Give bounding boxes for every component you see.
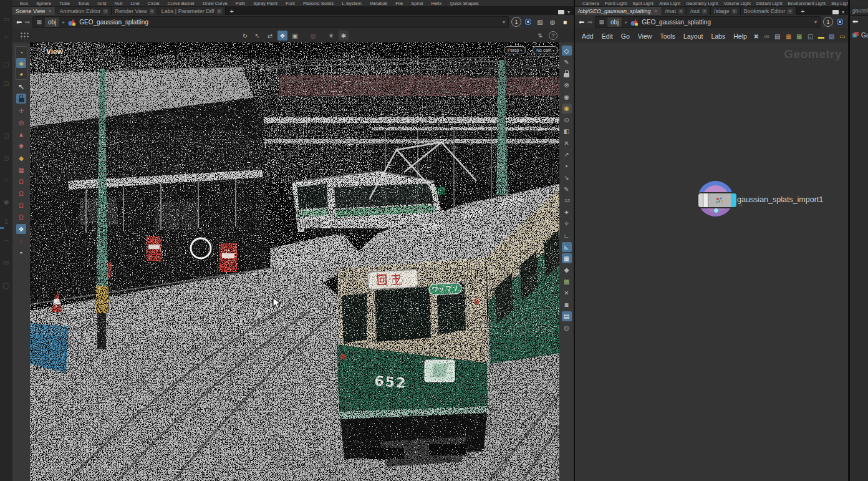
shelf-tool[interactable]: Area Light — [659, 1, 680, 6]
shade-flat-icon[interactable]: ◔ — [16, 47, 26, 57]
point-count-icon[interactable]: .12 — [562, 196, 572, 206]
new-tab-button[interactable]: + — [226, 7, 238, 15]
pane-maximize-icon[interactable] — [558, 10, 564, 14]
node-label[interactable]: gaussian_splats_import1 — [737, 195, 823, 204]
shelf-tool[interactable]: Box — [20, 1, 28, 6]
tab-scene-view[interactable]: Scene View × — [12, 7, 56, 15]
close-icon[interactable]: × — [702, 9, 707, 14]
slope-icon[interactable]: ◣ — [562, 242, 572, 252]
menu-add[interactable]: Add — [578, 32, 597, 40]
shelf-tool[interactable]: Spray Paint — [253, 1, 277, 6]
flipbook-icon[interactable]: ✳ — [326, 31, 336, 41]
magnet-prim-icon[interactable]: Ω — [16, 200, 26, 210]
tab-obj-geo[interactable]: /obj/GEO_gaussian_splatting × — [575, 7, 662, 15]
back-icon[interactable]: ⬅ — [579, 19, 584, 26]
sticky-note-icon[interactable]: ▬ — [816, 31, 826, 41]
shade-sphere-icon[interactable]: ◉ — [562, 92, 572, 102]
shelf-tool[interactable]: Platonic Solids — [303, 1, 334, 6]
menu-go[interactable]: Go — [617, 32, 634, 40]
ruler-icon[interactable]: ∟ — [562, 230, 572, 240]
chevron-down-icon[interactable]: ▾ — [503, 19, 505, 25]
display-flag-icon[interactable]: ◱ — [806, 31, 816, 41]
tab-bookmark-editor[interactable]: Bookmark Editor × — [741, 7, 797, 15]
lasso-select-icon[interactable]: ◌ — [16, 236, 26, 246]
dot-icon[interactable]: • — [562, 161, 572, 171]
view-cube-icon[interactable]: ▧ — [535, 17, 545, 27]
shelf-tool[interactable]: Curve Bezier — [168, 1, 195, 6]
tab-labs-parameter-diff[interactable]: Labs | Parameter Diff × — [158, 7, 226, 15]
close-icon[interactable]: × — [47, 9, 52, 14]
close-icon[interactable]: × — [103, 9, 108, 14]
shelf-tool[interactable]: Spiral — [411, 1, 423, 6]
sculpt-icon[interactable]: ✦ — [562, 207, 572, 217]
checker-icon[interactable]: ▦ — [562, 253, 572, 263]
disc-icon[interactable]: ◙ — [562, 299, 572, 309]
back-icon[interactable]: ⬅ — [852, 17, 858, 26]
breadcrumb-root[interactable]: obj — [45, 17, 59, 27]
radial-menu-icon[interactable] — [524, 17, 533, 26]
lock-icon[interactable] — [16, 94, 26, 104]
rotate-handle-icon[interactable]: ◎ — [16, 117, 26, 127]
tab-out[interactable]: /out × — [687, 7, 711, 15]
jack-icon[interactable]: ✕ — [562, 288, 572, 298]
node-list-icon[interactable]: ≔ — [762, 31, 772, 41]
shelf-tool[interactable]: Path — [236, 1, 245, 6]
network-canvas[interactable]: Geometry gaussian_splats_import1 — [575, 42, 848, 481]
pen-icon[interactable]: ✎ — [562, 184, 572, 194]
toolbar-grip[interactable] — [20, 32, 30, 39]
breadcrumb-node[interactable]: GEO_gaussian_splatting — [642, 19, 711, 26]
tab-stage[interactable]: /stage × — [711, 7, 741, 15]
shelf-tool[interactable]: Environment Light — [788, 1, 825, 6]
display-options-icon[interactable]: ✱ — [339, 31, 349, 41]
select-arrow-icon[interactable]: ↖ — [16, 82, 26, 92]
forward-icon[interactable]: ➡ — [587, 19, 592, 26]
scene-viewport[interactable]: 6 652 View Persp▾ No cam▾ — [30, 42, 559, 481]
link-count-badge[interactable]: 1 — [823, 17, 833, 27]
pin-gold-icon[interactable]: ◉ — [562, 104, 572, 114]
axis-small-icon[interactable]: ↗ — [562, 150, 572, 160]
lock-view-icon[interactable] — [562, 69, 572, 79]
close-icon[interactable]: × — [217, 9, 222, 14]
back-icon[interactable]: ⬅ — [16, 19, 22, 26]
shelf-tool[interactable]: Metaball — [370, 1, 387, 6]
shelf-tool[interactable]: Geometry Light — [686, 1, 718, 6]
select-mode-icon[interactable]: ↖ — [253, 31, 263, 41]
close-icon[interactable]: × — [653, 9, 658, 14]
uv-box-icon[interactable]: ▩ — [562, 276, 572, 286]
node-flag-template[interactable] — [703, 193, 708, 207]
shelf-tool[interactable]: Torus — [78, 1, 89, 6]
shelf-tool[interactable]: Quick Shapes — [450, 1, 479, 6]
color-palette-icon[interactable]: ▦ — [784, 31, 794, 41]
breadcrumb-root[interactable]: obj — [607, 17, 622, 27]
node-flag-left[interactable] — [698, 193, 703, 207]
chevron-down-icon[interactable]: ▾ — [814, 19, 817, 25]
orbit-view-icon[interactable]: ↻ — [240, 31, 250, 41]
new-tab-button[interactable]: + — [796, 7, 809, 15]
close-icon[interactable]: × — [150, 9, 155, 14]
pane-maximize-icon[interactable] — [832, 10, 839, 14]
node-output-connector[interactable] — [713, 208, 719, 213]
paint-select-icon[interactable]: ◆ — [16, 153, 26, 163]
shelf-tool[interactable]: Distant Light — [756, 1, 783, 6]
shelf-tool[interactable]: Camera — [582, 1, 599, 6]
shelf-tool[interactable]: Volume Light — [723, 1, 750, 6]
shelf-tool[interactable]: Point Light — [605, 1, 627, 6]
help-icon[interactable]: ? — [549, 31, 557, 40]
close-icon[interactable]: × — [788, 9, 793, 14]
shelf-tool[interactable]: Null — [114, 1, 122, 6]
menu-labs[interactable]: Labs — [707, 32, 729, 40]
close-icon[interactable]: × — [732, 9, 737, 14]
tab-animation-editor[interactable]: Animation Editor × — [56, 7, 112, 15]
forward-icon[interactable]: ➡ — [24, 19, 30, 26]
pane-menu-icon[interactable]: ▾ — [842, 9, 844, 15]
magnet-point-icon[interactable]: Ω — [16, 188, 26, 198]
camera-button[interactable]: No cam▾ — [533, 46, 558, 54]
translate-handle-icon[interactable]: ✛ — [16, 105, 26, 115]
needle-icon[interactable]: ↘ — [562, 173, 572, 183]
snap-grid-icon[interactable]: ▦ — [16, 165, 26, 175]
breadcrumb-node[interactable]: GEO_gaussian_splatting — [79, 19, 148, 26]
shelf-tool[interactable]: Font — [286, 1, 295, 6]
shelf-tool[interactable]: Helix — [431, 1, 441, 6]
tab-mat[interactable]: /mat × — [662, 7, 688, 15]
shelf-tool[interactable]: Sphere — [36, 1, 51, 6]
